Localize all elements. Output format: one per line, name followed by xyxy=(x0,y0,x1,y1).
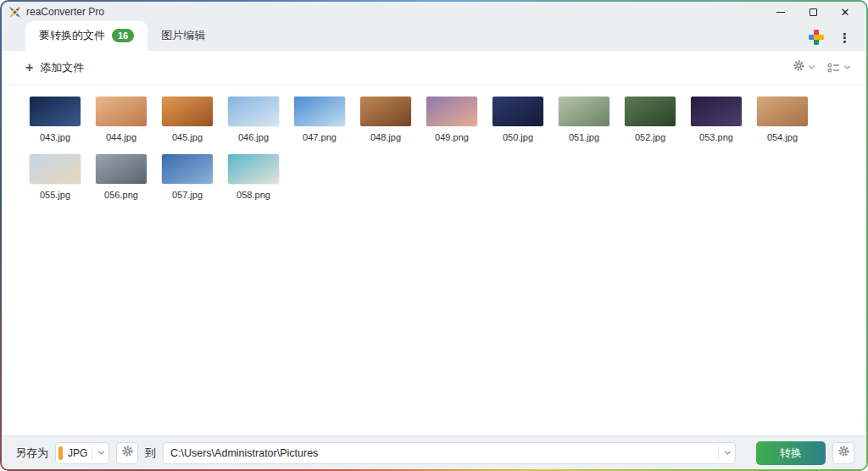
output-path-field xyxy=(163,442,736,464)
file-item[interactable]: 046.jpg xyxy=(220,97,287,142)
file-item[interactable]: 044.jpg xyxy=(88,97,154,142)
file-item[interactable]: 047.png xyxy=(287,97,353,142)
file-name: 050.jpg xyxy=(503,132,533,142)
close-button[interactable]: ✕ xyxy=(829,3,861,21)
tab-editing-label: 图片编辑 xyxy=(161,28,205,43)
file-name: 049.png xyxy=(435,132,469,142)
tab-files-label: 要转换的文件 xyxy=(39,28,105,43)
plus-icon: + xyxy=(25,61,33,75)
title-bar: reaConverter Pro ✕ xyxy=(2,2,866,22)
maximize-icon xyxy=(810,8,817,16)
to-label: 到 xyxy=(145,446,156,461)
file-thumbnail[interactable] xyxy=(30,97,81,126)
file-name: 043.jpg xyxy=(40,132,70,142)
format-accent-bar xyxy=(58,446,63,460)
file-thumbnail[interactable] xyxy=(228,154,279,184)
file-item[interactable]: 053.png xyxy=(683,97,749,142)
file-count-badge: 16 xyxy=(112,29,134,42)
colored-plus-icon[interactable] xyxy=(806,27,826,47)
file-grid: 043.jpg 044.jpg 045.jpg 046.jpg xyxy=(2,85,866,212)
file-thumbnail[interactable] xyxy=(426,97,477,126)
window-frame: reaConverter Pro ✕ 要转换的文件 16 图片编辑 xyxy=(0,0,868,471)
divider xyxy=(92,446,92,460)
file-item[interactable]: 058.png xyxy=(220,154,287,200)
format-value: JPG xyxy=(68,447,90,459)
file-name: 055.jpg xyxy=(40,190,70,200)
file-name: 046.jpg xyxy=(238,132,269,142)
file-name: 044.jpg xyxy=(106,132,136,142)
output-format-select[interactable]: JPG xyxy=(55,442,109,464)
file-item[interactable]: 056.png xyxy=(88,154,154,200)
window-title: reaConverter Pro xyxy=(26,6,104,18)
view-mode-button[interactable] xyxy=(827,62,851,74)
format-settings-button[interactable] xyxy=(116,442,138,464)
file-item[interactable]: 049.png xyxy=(419,97,485,142)
file-item[interactable]: 051.jpg xyxy=(551,97,617,142)
file-name: 058.png xyxy=(236,190,270,200)
file-item[interactable]: 057.jpg xyxy=(154,154,220,200)
tab-files-to-convert[interactable]: 要转换的文件 16 xyxy=(25,21,147,51)
file-thumbnail[interactable] xyxy=(294,97,345,126)
app-logo-icon xyxy=(8,6,21,19)
file-name: 054.jpg xyxy=(767,132,798,142)
file-thumbnail[interactable] xyxy=(360,97,411,126)
file-name: 052.jpg xyxy=(635,132,665,142)
list-view-icon xyxy=(827,62,841,74)
file-name: 045.jpg xyxy=(172,132,203,142)
file-item[interactable]: 052.jpg xyxy=(617,97,683,142)
main-panel: + 添加文件 xyxy=(2,51,866,435)
add-files-button[interactable]: + 添加文件 xyxy=(25,60,84,75)
window-controls: ✕ xyxy=(765,3,861,21)
maximize-button[interactable] xyxy=(797,3,829,21)
chevron-down-icon xyxy=(94,450,108,456)
file-name: 053.png xyxy=(699,132,733,142)
file-item[interactable]: 045.jpg xyxy=(154,97,220,142)
file-thumbnail[interactable] xyxy=(30,154,81,184)
minimize-button[interactable] xyxy=(765,3,797,21)
file-thumbnail[interactable] xyxy=(559,97,609,126)
save-as-label: 另存为 xyxy=(15,446,48,461)
add-files-label: 添加文件 xyxy=(40,60,84,75)
divider xyxy=(718,446,719,460)
file-thumbnail[interactable] xyxy=(96,97,147,126)
tab-bar: 要转换的文件 16 图片编辑 ⋮ xyxy=(2,22,866,51)
file-thumbnail[interactable] xyxy=(757,97,808,126)
file-name: 056.png xyxy=(104,190,138,200)
tab-image-editing[interactable]: 图片编辑 xyxy=(147,21,219,51)
file-item[interactable]: 055.jpg xyxy=(22,154,88,200)
file-thumbnail[interactable] xyxy=(162,97,213,126)
file-thumbnail[interactable] xyxy=(162,154,213,184)
file-thumbnail[interactable] xyxy=(492,97,543,126)
chevron-down-icon xyxy=(843,64,851,70)
file-name: 051.jpg xyxy=(569,132,599,142)
chevron-down-icon xyxy=(808,64,815,70)
gear-icon xyxy=(837,445,850,461)
file-thumbnail[interactable] xyxy=(625,97,676,126)
file-item[interactable]: 048.jpg xyxy=(353,97,419,142)
menu-dots-icon[interactable]: ⋮ xyxy=(835,31,854,44)
file-thumbnail[interactable] xyxy=(96,154,147,184)
app-window: reaConverter Pro ✕ 要转换的文件 16 图片编辑 xyxy=(2,2,866,469)
close-icon: ✕ xyxy=(841,7,850,18)
file-item[interactable]: 054.jpg xyxy=(749,97,815,142)
toolbar: + 添加文件 xyxy=(2,51,866,85)
file-item[interactable]: 050.jpg xyxy=(485,97,551,142)
convert-settings-button[interactable] xyxy=(832,442,854,464)
tabbar-actions: ⋮ xyxy=(806,27,854,51)
file-name: 048.jpg xyxy=(370,132,401,142)
toolbar-right xyxy=(793,59,851,75)
file-thumbnail[interactable] xyxy=(691,97,742,126)
file-name: 047.png xyxy=(303,132,337,142)
footer-bar: 另存为 JPG 到 转换 xyxy=(2,435,866,469)
minimize-icon xyxy=(776,12,785,13)
convert-button[interactable]: 转换 xyxy=(756,441,826,465)
file-thumbnail[interactable] xyxy=(228,97,279,126)
gear-icon xyxy=(121,445,134,461)
file-name: 057.jpg xyxy=(172,190,203,200)
chevron-down-icon[interactable] xyxy=(721,450,735,456)
output-path-input[interactable] xyxy=(164,443,716,463)
file-item[interactable]: 043.jpg xyxy=(22,97,88,142)
gear-icon xyxy=(793,59,805,75)
grid-settings-button[interactable] xyxy=(793,59,815,75)
